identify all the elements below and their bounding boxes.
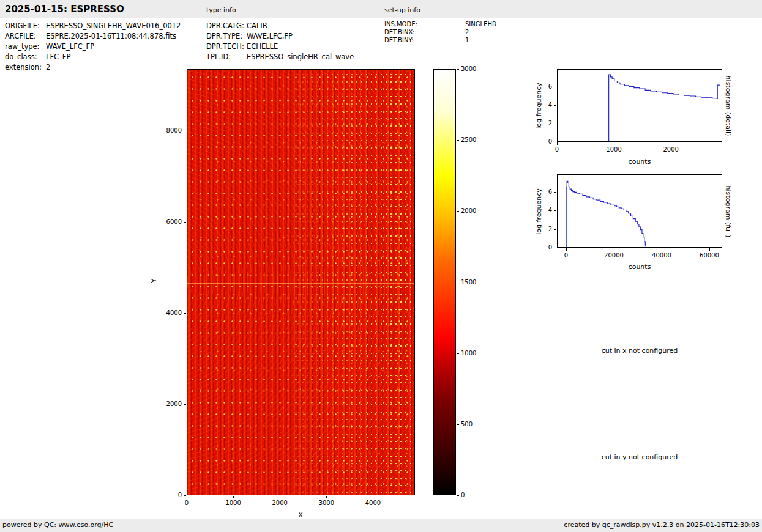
do-class-label: do_class: — [5, 52, 46, 62]
type-info-row: DPR.CATG: CALIB — [206, 21, 354, 31]
dpr-catg-label: DPR.CATG: — [206, 21, 247, 31]
det-binx-value: 2 — [465, 28, 469, 36]
arcfile-label: ARCFILE: — [5, 31, 46, 42]
cut-in-x-annotation: cut in x not configured — [557, 347, 722, 355]
colorbar-tick-label: 0 — [461, 491, 485, 500]
colorbar-tick-label: 3000 — [461, 65, 485, 73]
y-tick-label: 0 — [531, 138, 552, 146]
x-tick-mark — [662, 248, 662, 251]
type-info-row: TPL.ID: ESPRESSO_singleHR_cal_wave — [206, 52, 354, 62]
x-tick-label: 0 — [548, 251, 585, 260]
colorbar-tick-mark — [457, 69, 459, 70]
extension-label: extension: — [5, 62, 46, 73]
x-tick-mark — [373, 496, 373, 498]
x-tick-label: 1000 — [596, 146, 632, 154]
det-biny-value: 1 — [465, 36, 469, 44]
file-info-row: ORIGFILE: ESPRESSO_SINGLEHR_WAVE016_0012 — [5, 21, 181, 31]
y-tick-mark — [554, 192, 556, 193]
y-tick-label: 2000 — [161, 400, 182, 408]
arcfile-value: ESPRE.2025-01-16T11:08:44.878.fits — [46, 31, 176, 42]
origfile-value: ESPRESSO_SINGLEHR_WAVE016_0012 — [46, 21, 181, 31]
y-tick-label: 0 — [161, 491, 182, 500]
footer-bar: powered by QC: www.eso.org/HC created by… — [0, 519, 762, 532]
main-plot-y-axis-label: Y — [150, 268, 159, 293]
type-info-row: DPR.TYPE: WAVE,LFC,FP — [206, 31, 354, 42]
tpl-id-label: TPL.ID: — [206, 52, 247, 62]
y-tick-label: 6 — [531, 188, 552, 196]
y-tick-mark — [184, 131, 186, 131]
hist-detail-line — [558, 75, 720, 141]
setup-info-block: INS.MODE: SINGLEHR DET.BINX: 2 DET.BINY:… — [384, 20, 496, 44]
dpr-tech-value: ECHELLE — [247, 42, 278, 52]
raw-type-value: WAVE_LFC_FP — [46, 42, 94, 52]
origfile-label: ORIGFILE: — [5, 21, 46, 31]
ins-mode-value: SINGLEHR — [465, 20, 496, 28]
x-tick-label: 0 — [539, 146, 575, 154]
y-tick-label: 2 — [531, 225, 552, 234]
x-tick-label: 20000 — [596, 251, 632, 260]
x-tick-mark — [671, 142, 671, 145]
y-tick-mark — [184, 495, 186, 496]
y-tick-label: 4000 — [161, 309, 182, 317]
x-tick-mark — [566, 248, 567, 251]
type-info-row: DPR.TECH: ECHELLE — [206, 42, 354, 52]
colorbar-tick-label: 2000 — [461, 207, 485, 215]
y-tick-mark — [554, 229, 556, 230]
x-tick-mark — [614, 142, 614, 145]
file-info-row: do_class: LFC_FP — [5, 52, 181, 62]
y-tick-label: 6000 — [161, 218, 182, 226]
type-info-block: DPR.CATG: CALIB DPR.TYPE: WAVE,LFC,FP DP… — [206, 21, 354, 62]
colorbar-tick-mark — [457, 140, 459, 141]
x-tick-label: 1000 — [215, 499, 252, 508]
y-tick-mark — [184, 313, 186, 314]
colorbar-tick-label: 500 — [461, 420, 485, 429]
extension-value: 2 — [46, 62, 50, 73]
det-binx-label: DET.BINX: — [384, 28, 465, 36]
histogram-full-plot — [557, 174, 722, 248]
ins-mode-label: INS.MODE: — [384, 20, 465, 28]
y-tick-label: 0 — [531, 243, 552, 252]
file-info-row: extension: 2 — [5, 62, 181, 73]
y-tick-label: 8000 — [161, 127, 182, 135]
histogram-detail-x-axis-label: counts — [615, 158, 664, 166]
raw-detector-image — [187, 69, 415, 495]
hist-full-line — [566, 181, 646, 247]
colorbar-tick-label: 1500 — [461, 278, 485, 287]
y-tick-mark — [554, 210, 556, 211]
cut-in-y-annotation: cut in y not configured — [557, 453, 722, 461]
colorbar-tick-mark — [457, 283, 459, 283]
tpl-id-value: ESPRESSO_singleHR_cal_wave — [247, 52, 354, 62]
histogram-detail-plot — [557, 69, 722, 142]
x-tick-mark — [280, 496, 280, 498]
y-tick-mark — [554, 248, 556, 248]
y-tick-mark — [554, 87, 556, 87]
do-class-value: LFC_FP — [46, 52, 70, 62]
file-info-block: ORIGFILE: ESPRESSO_SINGLEHR_WAVE016_0012… — [5, 21, 181, 73]
x-tick-mark — [557, 142, 558, 145]
colorbar-tick-mark — [457, 424, 459, 425]
y-tick-mark — [184, 404, 186, 405]
file-info-row: ARCFILE: ESPRE.2025-01-16T11:08:44.878.f… — [5, 31, 181, 42]
file-info-row: raw_type: WAVE_LFC_FP — [5, 42, 181, 52]
x-tick-label: 4000 — [354, 499, 391, 508]
x-tick-label: 40000 — [643, 251, 680, 260]
x-tick-label: 0 — [168, 499, 205, 508]
x-tick-label: 2000 — [652, 146, 689, 154]
x-tick-label: 2000 — [261, 499, 298, 508]
x-tick-mark — [709, 248, 710, 251]
page-title: 2025-01-15: ESPRESSO — [5, 4, 124, 15]
detector-gap-line — [187, 283, 414, 284]
setup-info-row: DET.BINY: 1 — [384, 36, 496, 44]
histogram-detail-side-label: histogram (detail) — [723, 69, 732, 142]
y-tick-mark — [554, 105, 556, 106]
setup-info-row: INS.MODE: SINGLEHR — [384, 20, 496, 28]
type-info-heading: type info — [206, 6, 236, 14]
colorbar — [433, 69, 456, 495]
x-tick-mark — [614, 248, 614, 251]
colorbar-tick-label: 2500 — [461, 136, 485, 144]
x-tick-mark — [326, 496, 327, 498]
y-tick-label: 6 — [531, 83, 552, 91]
setup-info-row: DET.BINX: 2 — [384, 28, 496, 36]
setup-info-heading: set-up info — [384, 6, 420, 14]
x-tick-mark — [233, 496, 234, 498]
